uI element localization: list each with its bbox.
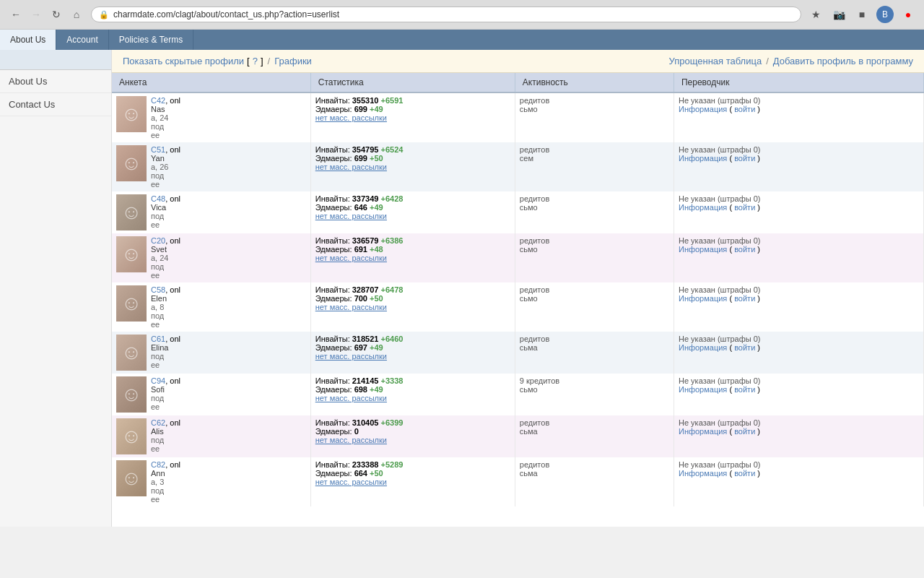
edmers-line: Эдмаеры: 699 +50 xyxy=(315,154,510,163)
table-row: ☺ C61, onl Elina под ee Инвайты: 318521 … xyxy=(112,332,924,374)
info-link[interactable]: Информация xyxy=(679,245,727,254)
profile-name: Nas xyxy=(151,105,180,113)
info-link[interactable]: Информация xyxy=(679,203,727,212)
notification-button[interactable]: ● xyxy=(899,6,917,23)
info-link[interactable]: Информация xyxy=(679,469,727,478)
camera-icon[interactable]: 📷 xyxy=(830,6,847,23)
back-button[interactable]: ← xyxy=(7,6,25,23)
table-row: ☺ C48, onl Vica под ee Инвайты: 337349 +… xyxy=(112,191,924,233)
profile-id-link[interactable]: C82 xyxy=(151,460,165,469)
refresh-button[interactable]: ↻ xyxy=(48,6,65,23)
profile-cell: ☺ C20, onl Svet a, 24 под ee xyxy=(116,236,306,280)
anketa-cell: ☺ C62, onl Alis под ee xyxy=(112,415,310,457)
mass-mail-link[interactable]: нет масс. рассылки xyxy=(315,436,387,444)
translator-cell: Не указан (штрафы 0) Информация ( войти … xyxy=(674,332,923,374)
invites-plus: +6591 xyxy=(381,96,404,105)
edmers-line: Эдмаеры: 700 +50 xyxy=(315,294,510,303)
profile-id-link[interactable]: C42 xyxy=(151,96,165,105)
status-onl: , onl xyxy=(165,96,180,105)
activity-credits: редитов xyxy=(520,285,669,294)
profile-id-link[interactable]: C48 xyxy=(151,194,165,203)
login-link[interactable]: войти xyxy=(734,105,755,113)
invites-line: Инвайты: 336579 +6386 xyxy=(315,236,510,245)
profile-button[interactable]: B xyxy=(876,6,894,23)
paren-close: ) xyxy=(757,385,760,394)
info-link[interactable]: Информация xyxy=(679,343,727,352)
login-link[interactable]: войти xyxy=(734,385,755,394)
invites-num: 328707 xyxy=(352,285,379,294)
activity-credits: редитов xyxy=(520,194,669,203)
profile-sub: под xyxy=(151,486,180,495)
translator-cell: Не указан (штрафы 0) Информация ( войти … xyxy=(674,415,923,457)
star-button[interactable]: ★ xyxy=(807,6,824,23)
profile-info: C94, onl Sofi под ee xyxy=(151,376,180,411)
profile-id-link[interactable]: C20 xyxy=(151,236,165,245)
top-controls: Показать скрытые профили [ ? ] / Графики… xyxy=(112,50,924,73)
paren-open: ( xyxy=(729,203,732,212)
translator-cell: Не указан (штрафы 0) Информация ( войти … xyxy=(674,282,923,332)
login-link[interactable]: войти xyxy=(734,154,755,163)
profile-id-link[interactable]: C58 xyxy=(151,285,165,294)
simple-table-link[interactable]: Упрощенная таблица xyxy=(669,56,762,66)
profile-sub: под xyxy=(151,171,180,180)
edmers-num: 646 xyxy=(354,203,367,212)
sidebar-item-about-us[interactable]: About Us xyxy=(0,70,111,93)
graphs-link[interactable]: Графики xyxy=(274,56,312,66)
profile-sub2: ee xyxy=(151,271,180,280)
bracket-open: [ xyxy=(247,56,250,66)
activity-cell: редитов сем xyxy=(515,142,674,191)
nav-account[interactable]: Account xyxy=(56,30,108,50)
table-row: ☺ C62, onl Alis под ee Инвайты: 310405 +… xyxy=(112,415,924,457)
info-link[interactable]: Информация xyxy=(679,385,727,394)
forward-button[interactable]: → xyxy=(27,6,45,23)
login-link[interactable]: войти xyxy=(734,294,755,303)
sidebar-item-contact-us[interactable]: Contact Us xyxy=(0,93,111,116)
info-link[interactable]: Информация xyxy=(679,294,727,303)
home-button[interactable]: ⌂ xyxy=(68,6,85,23)
login-link[interactable]: войти xyxy=(734,203,755,212)
paren-open: ( xyxy=(729,105,732,113)
not-specified-text: Не указан (штрафы 0) xyxy=(679,460,761,469)
question-mark[interactable]: ? xyxy=(253,56,258,66)
invites-label: Инвайты: xyxy=(315,236,352,245)
profile-id-link[interactable]: C51 xyxy=(151,145,165,154)
profile-id-link[interactable]: C94 xyxy=(151,376,165,385)
mass-mail-link[interactable]: нет масс. рассылки xyxy=(315,163,387,171)
invites-label: Инвайты: xyxy=(315,418,352,427)
edmers-plus: +50 xyxy=(370,294,383,303)
paren-close: ) xyxy=(757,469,760,478)
login-link[interactable]: войти xyxy=(734,245,755,254)
mass-mail-link[interactable]: нет масс. рассылки xyxy=(315,394,387,402)
avatar: ☺ xyxy=(116,96,147,132)
add-profile-link[interactable]: Добавить профиль в программу xyxy=(773,56,913,66)
login-link[interactable]: войти xyxy=(734,343,755,352)
profile-sub: под xyxy=(151,122,180,131)
translator-status: Не указан (штрафы 0) xyxy=(679,418,919,427)
info-link[interactable]: Информация xyxy=(679,427,727,436)
mass-mail-link[interactable]: нет масс. рассылки xyxy=(315,212,387,220)
avatar-figure: ☺ xyxy=(121,145,142,181)
login-link[interactable]: войти xyxy=(734,427,755,436)
edmers-num: 691 xyxy=(354,245,367,254)
mass-mail-link[interactable]: нет масс. рассылки xyxy=(315,303,387,311)
login-link[interactable]: войти xyxy=(734,469,755,478)
avatar: ☺ xyxy=(116,236,147,272)
nav-policies[interactable]: Policies & Terms xyxy=(109,30,193,50)
invites-label: Инвайты: xyxy=(315,335,352,343)
info-link[interactable]: Информация xyxy=(679,154,727,163)
edmers-label: Эдмаеры: xyxy=(315,203,354,212)
address-bar[interactable]: 🔒 charmdate.com/clagt/about/contact_us.p… xyxy=(91,7,801,22)
nav-about-us[interactable]: About Us xyxy=(0,30,56,50)
info-link[interactable]: Информация xyxy=(679,105,727,113)
activity-letter: сьма xyxy=(520,469,669,478)
mass-mail-link[interactable]: нет масс. рассылки xyxy=(315,478,387,486)
mass-mail-link[interactable]: нет масс. рассылки xyxy=(315,254,387,262)
mass-mail-link[interactable]: нет масс. рассылки xyxy=(315,352,387,361)
profile-id-link[interactable]: C62 xyxy=(151,418,165,427)
mass-mail-link[interactable]: нет масс. рассылки xyxy=(315,113,387,122)
profile-sub2: ee xyxy=(151,444,180,453)
anketa-cell: ☺ C61, onl Elina под ee xyxy=(112,332,310,374)
profile-id-link[interactable]: C61 xyxy=(151,335,165,343)
extension-button[interactable]: ■ xyxy=(853,6,871,23)
show-hidden-profiles[interactable]: Показать скрытые профили xyxy=(123,56,244,66)
